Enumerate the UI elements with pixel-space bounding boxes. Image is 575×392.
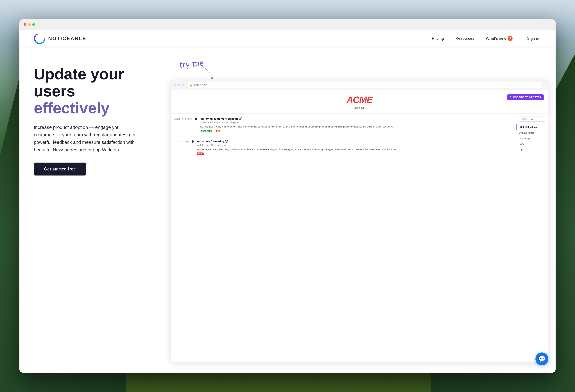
subscribe-button[interactable]: SUBSCRIBE TO UPDATES: [507, 94, 544, 100]
demo-sidebar: Search... 🔍 All Publications Announcemen…: [516, 114, 548, 362]
browser-window: NOTICEABLE Pricing Resources What's new …: [20, 20, 555, 372]
demo-dot-3: [182, 84, 184, 86]
post-1-title: Improving customer retention 🚀: [200, 117, 512, 120]
demo-post-2: 7 days ago Markdown formatting 🐼 by Kate…: [171, 136, 516, 159]
hero-title-effectively: effectively: [34, 99, 110, 116]
post-1-time: about 4 hours ago: [174, 117, 192, 133]
tag-marketing: MARKETING: [200, 130, 214, 133]
acme-logo: ACME: [346, 94, 372, 105]
post-2-dot: [192, 140, 194, 143]
post-1-body: Improving customer retention 🚀 by Patric…: [200, 117, 512, 133]
hero-left: Update your users effectively Increase p…: [34, 58, 156, 372]
sidebar-item-new[interactable]: New: [516, 141, 548, 147]
demo-main: about 4 hours ago Improving customer ret…: [171, 114, 548, 362]
demo-post-1: about 4 hours ago Improving customer ret…: [171, 114, 516, 136]
post-2-body: Markdown formatting 🐼 by Kate Lewis, UX …: [197, 140, 512, 155]
hero-subtitle-text: Increase product adoption — engage your …: [34, 125, 136, 153]
try-me-arrow-icon: [193, 64, 215, 82]
sidebar-item-announcement[interactable]: Announcement: [516, 130, 548, 136]
try-me-text: try me: [179, 57, 204, 70]
post-2-time: 7 days ago: [174, 140, 189, 155]
demo-posts: about 4 hours ago Improving customer ret…: [171, 114, 516, 362]
browser-maximize-dot[interactable]: [32, 23, 35, 26]
sidebar-item-tips[interactable]: Tips: [516, 147, 548, 152]
navigation: NOTICEABLE Pricing Resources What's new …: [20, 29, 555, 47]
demo-dot-2: [178, 84, 180, 86]
browser-content: NOTICEABLE Pricing Resources What's new …: [20, 29, 555, 372]
nav-resources[interactable]: Resources: [455, 36, 474, 41]
browser-chrome: [20, 20, 555, 29]
logo-text: NOTICEABLE: [48, 36, 86, 41]
demo-browser-bar: 🔒 acme.com: [171, 80, 548, 90]
svg-marker-1: [211, 77, 214, 80]
sign-in-arrow-icon: ›: [540, 36, 541, 41]
post-2-tags: NEW: [197, 153, 512, 155]
nav-links: Pricing Resources What's new 3: [432, 36, 513, 41]
tag-new: NEW: [197, 153, 204, 155]
nav-whats-new-label: What's new: [486, 36, 506, 41]
chat-bubble[interactable]: 💬: [535, 352, 548, 365]
svg-point-0: [35, 33, 45, 44]
tag-tips: TIPS: [215, 130, 221, 133]
sidebar-search-placeholder: Search...: [521, 118, 529, 120]
demo-url-text: acme.com: [194, 83, 207, 87]
hero-title-line1: Update your: [34, 65, 124, 83]
post-2-excerpt: Noticeable posts are written using Markd…: [197, 148, 512, 151]
hero-section: Update your users effectively Increase p…: [20, 47, 555, 372]
hero-title-line2: users: [34, 82, 75, 100]
logo-icon: [34, 33, 45, 44]
demo-widget: 🔒 acme.com SUBSCRIBE TO UPDATES ACME acm…: [170, 80, 548, 362]
browser-minimize-dot[interactable]: [28, 23, 31, 26]
post-1-tags: MARKETING TIPS: [200, 130, 512, 133]
post-2-author: by Kate Lewis, UX Researcher: [197, 144, 512, 146]
sign-in-label: Sign in: [527, 36, 539, 41]
post-1-dot: [195, 118, 197, 120]
post-2-title: Markdown formatting 🐼: [197, 140, 512, 143]
demo-header: SUBSCRIBE TO UPDATES ACME acme.com: [171, 90, 548, 114]
post-1-excerpt: You may have already read the quote "Ide…: [200, 125, 512, 128]
sidebar-item-marketing[interactable]: Marketing: [516, 136, 548, 141]
hero-subtitle: Increase product adoption — engage your …: [34, 124, 142, 154]
acme-domain: acme.com: [354, 106, 365, 109]
cta-button[interactable]: Get started free: [34, 162, 86, 176]
chat-icon: 💬: [538, 355, 546, 362]
hero-right: try me 🔒: [170, 58, 541, 372]
logo-area[interactable]: NOTICEABLE: [34, 33, 86, 44]
nav-pricing[interactable]: Pricing: [432, 36, 444, 41]
nav-whats-new[interactable]: What's new 3: [486, 36, 513, 41]
demo-dot-1: [174, 84, 176, 86]
lock-icon: 🔒: [190, 84, 193, 87]
try-me-annotation: try me: [180, 58, 204, 69]
sign-in-button[interactable]: Sign in ›: [527, 36, 541, 41]
post-1-author: by Patrick Andrews, Customer Storyteller: [200, 121, 512, 124]
sidebar-item-all[interactable]: All Publications: [516, 124, 548, 130]
hero-title: Update your users effectively: [34, 66, 156, 116]
search-icon: 🔍: [530, 118, 533, 120]
browser-close-dot[interactable]: [24, 23, 26, 26]
demo-content: SUBSCRIBE TO UPDATES ACME acme.com: [171, 90, 548, 362]
sidebar-search[interactable]: Search... 🔍: [518, 116, 546, 121]
demo-url-bar: 🔒 acme.com: [187, 82, 542, 88]
nav-whats-new-badge: 3: [507, 36, 513, 41]
